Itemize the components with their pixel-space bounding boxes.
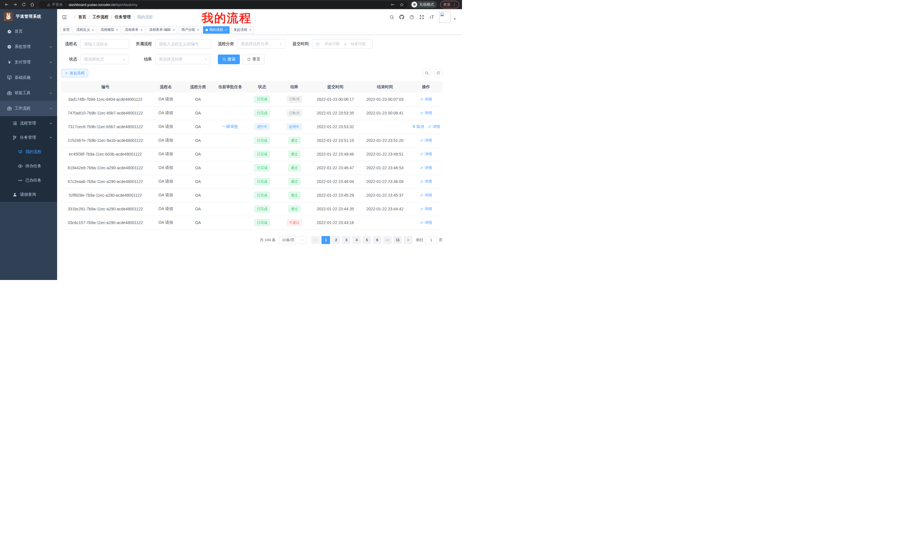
tab-close-icon[interactable]: × xyxy=(225,28,227,32)
sidebar-item[interactable]: 首页 xyxy=(0,24,57,39)
avatar-caret-icon[interactable] xyxy=(453,17,456,21)
tab-close-icon[interactable]: × xyxy=(249,28,251,32)
sidebar-item[interactable]: 基础设施 xyxy=(0,70,57,85)
page-tab[interactable]: 我的流程 × xyxy=(203,26,230,34)
sidebar-item[interactable]: 流程管理 xyxy=(0,116,57,130)
status-select[interactable]: 请选择状态 xyxy=(81,54,129,64)
forward-icon[interactable] xyxy=(11,1,19,8)
sidebar-item[interactable]: 任务管理 xyxy=(0,130,57,145)
column-header: 编号 xyxy=(61,81,150,93)
next-page-button[interactable] xyxy=(404,236,412,244)
search-button[interactable]: 搜索 xyxy=(218,54,240,64)
page-tab[interactable]: 流程模型 × xyxy=(98,26,121,34)
app-logo[interactable]: 芋道管理系统 xyxy=(0,9,57,24)
current-task-link[interactable]: 一级审批 xyxy=(222,124,238,129)
row-submit-time: 2022-01-22 23:53:35 xyxy=(317,111,354,115)
table-row: 03c6c157-7b9a-11ec-a290-acde48001122 OA … xyxy=(61,216,442,229)
cancel-action[interactable]: 取消 xyxy=(412,124,424,129)
tab-close-icon[interactable]: × xyxy=(116,28,118,32)
address-bar[interactable]: 不安全 dashboard.yudao.iocoder.cn /bpm/task… xyxy=(39,1,408,8)
help-icon[interactable] xyxy=(409,15,414,20)
page-tab[interactable]: 流程表单-编辑 × xyxy=(147,26,177,34)
table-row: 819442e8-7b9a-11ec-a290-acde48001122 OA … xyxy=(61,161,442,175)
start-process-button[interactable]: 发起流程 xyxy=(61,69,88,77)
sidebar-item[interactable]: 待办任务 xyxy=(0,159,57,173)
sidebar-item[interactable]: 已办任务 xyxy=(0,173,57,187)
sidebar-toggle-icon[interactable] xyxy=(62,14,68,20)
sidebar-item[interactable]: 研发工具 xyxy=(0,85,57,101)
column-header: 流程名 xyxy=(150,81,182,93)
result-badge: 已取消 xyxy=(286,109,302,117)
refresh-table-button[interactable] xyxy=(434,69,442,77)
breadcrumb-item[interactable]: 首页 xyxy=(78,15,86,20)
page-number-button[interactable]: ··· xyxy=(383,236,392,244)
page-number-button[interactable]: 1 xyxy=(321,236,330,244)
detail-action[interactable]: 详情 xyxy=(420,220,432,225)
github-icon[interactable] xyxy=(399,15,404,20)
page-tab[interactable]: 流程定义 × xyxy=(74,26,96,34)
search-icon[interactable] xyxy=(389,15,394,20)
process-definition-input[interactable] xyxy=(155,39,211,49)
sidebar-item[interactable]: 我的流程 xyxy=(0,145,57,159)
tab-close-icon[interactable]: × xyxy=(141,28,142,32)
row-submit-time: 2022-01-22 23:46:47 xyxy=(317,166,354,170)
detail-action[interactable]: 详情 xyxy=(420,165,432,171)
reload-icon[interactable] xyxy=(20,1,27,8)
row-submit-time: 2022-01-23 00:06:17 xyxy=(317,97,354,102)
page-number-button[interactable]: 11 xyxy=(393,236,402,244)
page-tab[interactable]: 首页 xyxy=(60,26,72,34)
row-category: OA xyxy=(195,166,201,170)
reset-button[interactable]: 重置 xyxy=(243,54,265,64)
detail-action[interactable]: 详情 xyxy=(420,111,432,115)
result-select[interactable]: 请选择流结果 xyxy=(155,54,211,64)
home-icon[interactable] xyxy=(28,1,36,8)
detail-action[interactable]: 详情 xyxy=(428,124,440,129)
avatar[interactable] xyxy=(439,11,451,23)
page-number-button[interactable]: 4 xyxy=(352,236,361,244)
font-size-icon[interactable] xyxy=(429,15,434,20)
page-number-button[interactable]: 6 xyxy=(373,236,381,244)
sidebar: 芋道管理系统 首页 系统管理 ¥ 支付管理 xyxy=(0,9,57,280)
tab-close-icon[interactable]: × xyxy=(197,28,199,32)
toggle-search-button[interactable] xyxy=(423,69,431,77)
goto-page-input[interactable] xyxy=(425,236,437,244)
browser-update-button[interactable]: 更新 xyxy=(440,1,459,8)
sidebar-item[interactable]: 系统管理 xyxy=(0,39,57,54)
page-tab[interactable]: 用户分组 × xyxy=(179,26,202,34)
back-icon[interactable] xyxy=(3,1,10,8)
detail-action[interactable]: 详情 xyxy=(420,138,432,143)
sidebar-item[interactable]: 工作流程 xyxy=(0,101,57,116)
sidebar-item[interactable]: 请假查询 xyxy=(0,187,57,202)
filter-category-label: 流程分类 xyxy=(218,41,234,46)
page-tab[interactable]: 流程表单 × xyxy=(122,26,145,34)
tab-close-icon[interactable]: × xyxy=(173,28,175,32)
tab-close-icon[interactable]: × xyxy=(92,28,94,32)
security-label: 不安全 xyxy=(52,2,63,7)
password-key-icon[interactable] xyxy=(390,2,395,7)
status-badge: 已完成 xyxy=(254,109,270,117)
bookmark-star-icon[interactable] xyxy=(399,2,404,7)
detail-action[interactable]: 详情 xyxy=(420,97,432,102)
page-tab[interactable]: 发起流程 × xyxy=(231,26,254,34)
category-select[interactable]: 请选择流程分类 xyxy=(237,39,286,49)
fullscreen-icon[interactable] xyxy=(419,15,424,20)
table-header-row: 编号流程名流程分类当前审批任务状态结果提交时间结束时间操作 xyxy=(61,81,442,93)
breadcrumb-item[interactable]: 我的流程 xyxy=(137,15,153,20)
process-name-input[interactable] xyxy=(81,39,129,49)
page-number-button[interactable]: 3 xyxy=(342,236,351,244)
page-size-select[interactable]: 10条/页 xyxy=(279,236,306,244)
detail-action[interactable]: 详情 xyxy=(420,193,432,198)
sidebar-item[interactable]: ¥ 支付管理 xyxy=(0,54,57,70)
breadcrumb-item[interactable]: 工作流程 xyxy=(93,15,108,20)
row-submit-time: 2022-01-22 23:49:46 xyxy=(317,152,354,156)
detail-action[interactable]: 详情 xyxy=(420,179,432,184)
breadcrumb-item[interactable]: 任务管理 xyxy=(115,15,131,20)
prev-page-button[interactable] xyxy=(311,236,320,244)
browser-menu-icon[interactable] xyxy=(452,3,456,7)
page-number-button[interactable]: 5 xyxy=(363,236,371,244)
submit-time-range-picker[interactable]: 开始日期 - 结束日期 xyxy=(312,39,373,49)
detail-action[interactable]: 详情 xyxy=(420,207,432,211)
detail-action[interactable]: 详情 xyxy=(420,151,432,157)
page-number-button[interactable]: 2 xyxy=(332,236,340,244)
menu-icon xyxy=(18,163,23,169)
